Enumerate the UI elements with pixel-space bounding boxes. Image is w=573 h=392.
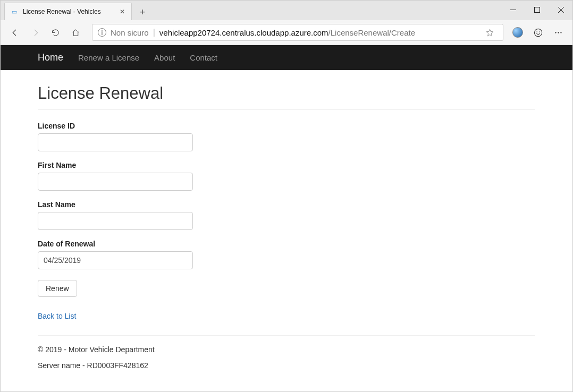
window-minimize-button[interactable] [501, 0, 525, 20]
footer-copyright: © 2019 - Motor Vehicle Department [38, 345, 535, 354]
first-name-group: First Name [38, 161, 535, 191]
last-name-input[interactable] [38, 212, 193, 230]
svg-point-5 [558, 32, 559, 33]
last-name-group: Last Name [38, 200, 535, 230]
new-tab-button[interactable]: + [134, 4, 150, 20]
svg-point-2 [536, 31, 537, 32]
date-input[interactable] [38, 251, 193, 269]
forward-button[interactable] [26, 23, 44, 41]
footer: © 2019 - Motor Vehicle Department Server… [38, 335, 535, 370]
main-content: License Renewal License ID First Name La… [1, 70, 572, 370]
license-id-input[interactable] [38, 133, 193, 151]
site-info-icon[interactable]: i [98, 28, 106, 37]
tab-favicon: ▭ [10, 7, 19, 16]
footer-server: Server name - RD0003FF428162 [38, 361, 535, 370]
nav-renew-license[interactable]: Renew a License [78, 53, 139, 62]
nav-about[interactable]: About [154, 53, 175, 62]
url-text: vehicleapp20724.centralus.cloudapp.azure… [159, 28, 477, 37]
tab-title: License Renewal - Vehicles [23, 8, 114, 15]
last-name-label: Last Name [38, 200, 535, 209]
feedback-smile-icon[interactable] [529, 23, 547, 41]
browser-toolbar: i Non sicuro | vehicleapp20724.centralus… [1, 20, 572, 45]
more-menu-icon[interactable] [549, 23, 567, 41]
license-id-group: License ID [38, 122, 535, 151]
nav-contact[interactable]: Contact [190, 53, 217, 62]
browser-tab-strip: ▭ License Renewal - Vehicles ✕ + [1, 1, 572, 20]
security-label: Non sicuro [111, 28, 149, 37]
svg-point-4 [555, 32, 556, 33]
svg-rect-0 [535, 7, 540, 13]
home-button[interactable] [66, 23, 85, 41]
refresh-button[interactable] [46, 23, 64, 41]
favorite-star-icon[interactable] [482, 28, 498, 37]
back-button[interactable] [6, 23, 24, 41]
nav-home[interactable]: Home [38, 52, 63, 63]
window-maximize-button[interactable] [525, 0, 549, 20]
tab-close-icon[interactable]: ✕ [119, 8, 126, 15]
svg-point-3 [539, 31, 540, 32]
divider [38, 109, 535, 110]
address-bar[interactable]: i Non sicuro | vehicleapp20724.centralus… [92, 24, 503, 41]
site-navbar: Home Renew a License About Contact [1, 45, 572, 70]
license-id-label: License ID [38, 122, 535, 130]
svg-point-1 [534, 29, 542, 36]
window-controls [501, 0, 573, 20]
extension-icon[interactable] [509, 23, 527, 41]
svg-point-6 [560, 32, 561, 33]
window-close-button[interactable] [549, 0, 573, 20]
back-to-list-link[interactable]: Back to List [38, 312, 535, 320]
date-group: Date of Renewal [38, 240, 535, 269]
first-name-input[interactable] [38, 173, 193, 191]
url-separator: | [153, 28, 155, 37]
renew-button[interactable]: Renew [38, 280, 77, 297]
page-title: License Renewal [38, 84, 535, 103]
date-label: Date of Renewal [38, 240, 535, 248]
browser-tab[interactable]: ▭ License Renewal - Vehicles ✕ [4, 3, 132, 20]
first-name-label: First Name [38, 161, 535, 169]
